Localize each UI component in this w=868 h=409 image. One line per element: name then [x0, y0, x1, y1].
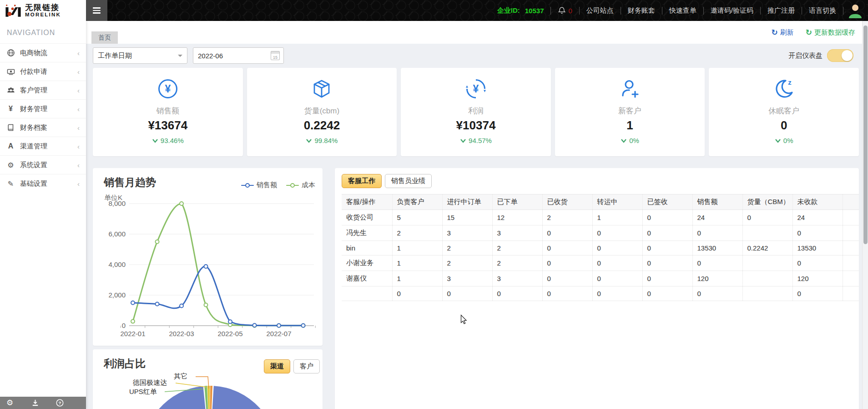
bell-icon — [558, 6, 566, 15]
svg-text:?: ? — [58, 400, 61, 405]
filter-row: 工作单日期 2022-06 开启仪表盘 — [93, 47, 859, 64]
pie-label-germany-express: 德国极速达 — [133, 378, 167, 387]
date-type-select[interactable]: 工作单日期 — [93, 47, 187, 64]
top-bar: 无限链接 MORELINK 企业ID:10537 0 公司站点 财务账套 快速查… — [0, 0, 868, 21]
sidebar-item-system-settings[interactable]: ⚙ 系统设置‹ — [0, 155, 86, 174]
month-input[interactable]: 2022-06 — [193, 47, 284, 64]
line-chart: 02,0004,0006,0008,0002022-012022-032022-… — [93, 168, 323, 346]
sidebar-item-finance-management[interactable]: ¥ 财务管理‹ — [0, 99, 86, 118]
topbar-link-finance-books[interactable]: 财务账套 — [621, 6, 662, 15]
gear-icon: ⚙ — [6, 161, 15, 169]
legend-marker — [241, 183, 254, 188]
work-table-card: 客服工作 销售员业绩 客服/操作 负责客户 进行中订单 已下单 已收货 — [335, 168, 859, 409]
chevron-down-icon — [306, 138, 312, 143]
channel-button[interactable]: 渠道 — [264, 359, 290, 373]
channel-icon: A — [6, 142, 15, 150]
notification-count: 0 — [568, 7, 572, 15]
table-row: bin122000135300.224213530 — [342, 241, 859, 256]
sidebar-item-ecommerce-logistics[interactable]: 电商物流‹ — [0, 43, 86, 62]
chart-legend: 销售额 成本 — [241, 181, 315, 189]
svg-text:z: z — [788, 78, 792, 86]
topbar-link-company-site[interactable]: 公司站点 — [580, 6, 621, 15]
table-row: 小谢业务12200000 — [342, 256, 859, 271]
gear-icon[interactable]: ⚙ — [6, 398, 25, 408]
tab-salesman-performance[interactable]: 销售员业绩 — [385, 174, 432, 188]
download-icon[interactable] — [31, 399, 49, 407]
customer-button[interactable]: 客户 — [293, 359, 320, 373]
sidebar-item-channel-management[interactable]: A 渠道管理‹ — [0, 137, 86, 155]
chevron-left-icon: ‹ — [77, 124, 80, 132]
brand-name-en: MORELINK — [25, 12, 61, 17]
moon-icon: z — [773, 78, 794, 100]
globe-icon — [6, 49, 15, 57]
kpi-card-sales: ¥ 销售额 ¥13674 93.46% — [93, 68, 243, 156]
book-icon — [6, 123, 15, 132]
sidebar-item-finance-archive[interactable]: 财务档案‹ — [0, 118, 86, 137]
notification-bell[interactable]: 0 — [551, 6, 579, 15]
table-row: 谢嘉仪133000120120 — [342, 271, 859, 286]
payment-icon — [6, 67, 15, 76]
kpi-card-volume: 货量(cbm) 0.2242 99.84% — [247, 68, 397, 156]
chevron-down-icon — [460, 138, 466, 143]
yen-circle-icon: ¥ — [157, 78, 178, 100]
sidebar: NAVIGATION 电商物流‹ 付款申请‹ 客户管理‹ ¥ 财务管理‹ 财务档… — [0, 21, 86, 409]
chevron-left-icon: ‹ — [77, 68, 80, 76]
table-tabs: 客服工作 销售员业绩 — [342, 174, 859, 188]
sidebar-item-basic-settings[interactable]: ✎ 基础设置‹ — [0, 174, 86, 193]
chevron-left-icon: ‹ — [77, 87, 80, 94]
users-icon — [6, 86, 15, 94]
sidebar-item-customer-management[interactable]: 客户管理‹ — [0, 81, 86, 99]
svg-text:0: 0 — [122, 322, 126, 329]
chevron-left-icon: ‹ — [77, 161, 80, 169]
scrollbar-thumb[interactable] — [863, 26, 868, 244]
table-row: 00000000 — [342, 286, 859, 301]
sidebar-item-payment-request[interactable]: 付款申请‹ — [0, 62, 86, 81]
topbar-link-language-switch[interactable]: 语言切换 — [802, 6, 843, 15]
svg-text:2022-01: 2022-01 — [120, 330, 145, 337]
legend-item-cost[interactable]: 成本 — [286, 181, 315, 189]
nav-header: NAVIGATION — [0, 21, 86, 43]
edit-icon: ✎ — [6, 179, 15, 188]
morelink-logo-icon — [5, 3, 22, 18]
kpi-card-profit: ¥ 利润 ¥10374 94.57% — [401, 68, 551, 156]
topbar-link-invite-code[interactable]: 邀请码/验证码 — [704, 6, 760, 15]
tab-home[interactable]: 首页 — [91, 31, 118, 44]
tab-customer-service-work[interactable]: 客服工作 — [342, 174, 382, 188]
svg-text:6,000: 6,000 — [108, 230, 126, 238]
sidebar-toggle-button[interactable] — [86, 0, 107, 21]
legend-marker — [286, 183, 299, 188]
topbar-link-quick-query[interactable]: 快速查单 — [662, 6, 703, 15]
chevron-left-icon: ‹ — [77, 105, 80, 113]
kpi-card-dormant-customers: z 休眠客户 0 0% — [709, 68, 859, 156]
main-area: 首页 ↻ 刷新 ↻ 更新数据缓存 工作单日期 2022-06 — [86, 21, 868, 409]
sidebar-footer: ⚙ ? — [0, 397, 86, 409]
axis-unit-label: 单位K — [104, 194, 122, 202]
brand-name-cn: 无限链接 — [25, 4, 61, 12]
brand-logo: 无限链接 MORELINK — [0, 0, 86, 21]
yen-icon: ¥ — [6, 105, 15, 113]
chart-title: 销售月趋势 — [104, 175, 156, 189]
chevron-down-icon — [621, 138, 627, 143]
chevron-left-icon: ‹ — [77, 49, 80, 57]
svg-text:2022-05: 2022-05 — [217, 330, 242, 337]
svg-text:2022-03: 2022-03 — [169, 330, 194, 337]
help-icon[interactable]: ? — [56, 399, 74, 407]
refresh-button[interactable]: ↻ 刷新 — [772, 28, 794, 37]
user-avatar[interactable] — [847, 3, 863, 18]
dashboard-toggle-label: 开启仪表盘 — [788, 51, 823, 60]
legend-item-sales[interactable]: 销售额 — [241, 181, 277, 189]
yen-exchange-icon: ¥ — [465, 78, 486, 100]
update-cache-button[interactable]: ↻ 更新数据缓存 — [806, 28, 855, 37]
calendar-icon[interactable] — [271, 51, 280, 60]
svg-text:4,000: 4,000 — [108, 261, 126, 268]
enterprise-id: 企业ID:10537 — [490, 6, 551, 15]
kpi-cards-row: ¥ 销售额 ¥13674 93.46% 货量(cbm) 0.2242 — [93, 68, 859, 156]
chevron-left-icon: ‹ — [77, 180, 80, 188]
work-table: 客服/操作 负责客户 进行中订单 已下单 已收货 转运中 已签收 销售额 货量（… — [342, 194, 859, 301]
refresh-icon: ↻ — [806, 28, 812, 37]
chevron-down-icon — [152, 138, 158, 143]
table-row: 冯先生23300000 — [342, 225, 859, 241]
dashboard-toggle[interactable] — [827, 49, 853, 62]
pie-label-ups-red: UPS红单 — [129, 388, 157, 396]
topbar-link-promo-register[interactable]: 推广注册 — [761, 6, 802, 15]
